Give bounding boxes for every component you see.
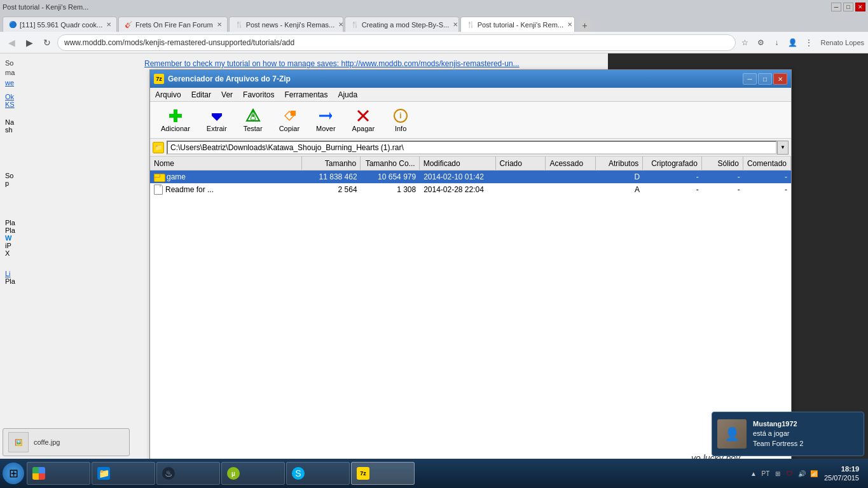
taskbar-skype[interactable]: S	[286, 462, 350, 485]
tab-5[interactable]: 🍴 Post tutorial - Kenji's Rem... ✕	[460, 17, 575, 32]
taskbar-clock[interactable]: 18:19 25/07/2015	[822, 464, 862, 483]
tab-3-close[interactable]: ✕	[338, 21, 343, 28]
col-header-tamanho[interactable]: Tamanho	[302, 157, 361, 170]
user-label: Renato Lopes	[821, 39, 865, 46]
sidebar-pla2: Pla	[5, 227, 132, 234]
extensions-button[interactable]: ⚙	[754, 36, 768, 50]
tab-4-close[interactable]: ✕	[453, 21, 458, 28]
tab-4-label: Creating a mod Step-By-S...	[362, 21, 450, 29]
col-header-created[interactable]: Criado	[496, 157, 546, 170]
zip-address-input[interactable]	[167, 141, 777, 155]
tab-5-label: Post tutorial - Kenji's Rem...	[478, 21, 563, 29]
file-accessed-game	[546, 171, 596, 183]
col-header-solid[interactable]: Sólido	[702, 157, 743, 170]
tab-1-close[interactable]: ✕	[106, 21, 111, 28]
nav-bar: ◀ ▶ ↻ www.moddb.com/mods/kenjis-remaster…	[0, 32, 868, 53]
start-button[interactable]: ⊞	[3, 463, 24, 484]
tray-network-icon[interactable]: ⊞	[773, 468, 783, 478]
zip-file-area: Nome Tamanho Tamanho Co... Modificado Cr…	[150, 157, 791, 459]
col-header-comment[interactable]: Comentado	[743, 157, 791, 170]
tray-av-icon[interactable]: 🛡	[785, 468, 795, 478]
delete-icon	[355, 108, 371, 123]
menu-ver[interactable]: Ver	[216, 89, 238, 101]
tab-3[interactable]: 🍴 Post news - Kenji's Remas... ✕	[229, 17, 343, 32]
tray-expand-icon[interactable]: ▲	[748, 468, 759, 478]
toolbar-apagar[interactable]: Apagar	[347, 105, 380, 136]
zip-close-button[interactable]: ✕	[773, 73, 787, 85]
col-header-attributes[interactable]: Atributos	[596, 157, 643, 170]
new-tab-button[interactable]: +	[579, 19, 591, 32]
toolbar-testar[interactable]: Testar	[238, 105, 268, 136]
menu-ferramentas[interactable]: Ferramentas	[279, 89, 333, 101]
tray-lang-icon[interactable]: PT	[761, 468, 771, 478]
sidebar-x: X	[5, 249, 132, 257]
tab-5-close[interactable]: ✕	[567, 21, 572, 28]
sidebar-links2: Li Pla	[5, 270, 132, 285]
tab-2-close[interactable]: ✕	[217, 21, 222, 28]
toolbar-adicionar-label: Adicionar	[161, 125, 190, 132]
file-size-readme: 2 564	[302, 183, 361, 195]
notif-text: Mustang1972 está a jogar Team Fortress 2	[753, 419, 803, 449]
bookmark-star-button[interactable]: ☆	[738, 36, 752, 50]
tray-volume-icon[interactable]: 🔊	[797, 468, 807, 478]
toolbar-info[interactable]: i Info	[385, 105, 416, 136]
col-header-accessed[interactable]: Acessado	[546, 157, 596, 170]
sidebar-text-ma: ma	[5, 69, 15, 76]
download-button[interactable]: ↓	[770, 36, 784, 50]
maximize-button[interactable]: □	[843, 3, 853, 11]
clock-time: 18:19	[824, 464, 859, 473]
taskbar-explorer[interactable]: 📁	[92, 462, 155, 485]
col-header-encrypted[interactable]: Criptografado	[643, 157, 702, 170]
zip-address-folder-icon: 📁	[153, 142, 164, 153]
close-button[interactable]: ✕	[855, 3, 865, 11]
sidebar-link-ks[interactable]: KS	[5, 101, 132, 108]
toolbar-mover[interactable]: Mover	[310, 105, 341, 136]
taskbar-chrome[interactable]	[27, 462, 90, 485]
forward-button[interactable]: ▶	[22, 35, 37, 50]
tab-4[interactable]: 🍴 Creating a mod Step-By-S... ✕	[345, 17, 459, 32]
tray-wifi-icon[interactable]: 📶	[809, 468, 819, 478]
sidebar-text-so: So	[5, 59, 13, 67]
zip-address-dropdown[interactable]: ▼	[777, 141, 789, 155]
menu-button[interactable]: ⋮	[802, 36, 816, 50]
tab-2[interactable]: 🎸 Frets On Fire Fan Forum ✕	[118, 17, 228, 32]
zip-minimize-button[interactable]: ─	[743, 73, 757, 85]
notif-username: Mustang1972	[753, 419, 803, 429]
back-button[interactable]: ◀	[4, 35, 19, 50]
sidebar-na: Na	[5, 118, 132, 126]
taskbar: ⊞ 📁 ♨ µ S 7z ▲ PT	[0, 459, 868, 488]
sidebar-li[interactable]: Li	[5, 270, 132, 277]
zip-maximize-button[interactable]: □	[758, 73, 772, 85]
sidebar-link[interactable]: we	[5, 79, 14, 87]
tab-1[interactable]: 🔵 [111] 55.961 Quadr cook... ✕	[3, 17, 117, 32]
minimize-button[interactable]: ─	[831, 3, 841, 11]
sidebar-link-ok[interactable]: Ok	[5, 93, 132, 101]
menu-favoritos[interactable]: Favoritos	[238, 89, 279, 101]
taskbar-7zip[interactable]: 7z	[351, 462, 415, 485]
toolbar-info-label: Info	[395, 125, 406, 132]
file-modified-game: 2014-02-10 01:42	[420, 171, 496, 183]
notif-avatar-image: 👤	[717, 419, 747, 449]
toolbar-copiar[interactable]: Copiar	[273, 105, 305, 136]
toolbar-extrair[interactable]: Extrair	[201, 105, 233, 136]
left-sidebar: So ma we Ok KS Na sh So p Pla Pla W iP X…	[0, 53, 137, 459]
taskbar-utorrent[interactable]: µ	[221, 462, 285, 485]
table-row[interactable]: game 11 838 462 10 654 979 2014-02-10 01…	[150, 171, 791, 183]
table-row[interactable]: Readme for ... 2 564 1 308 2014-02-28 22…	[150, 183, 791, 196]
main-content: Remember to check my tutorial on how to …	[137, 53, 868, 459]
menu-ajuda[interactable]: Ajuda	[333, 89, 362, 101]
zip-app-icon: 7z	[154, 74, 164, 84]
file-name-readme: Readme for ...	[165, 185, 214, 194]
taskbar-steam[interactable]: ♨	[156, 462, 220, 485]
col-header-compressed[interactable]: Tamanho Co...	[361, 157, 420, 170]
toolbar-adicionar[interactable]: Adicionar	[155, 105, 196, 136]
col-header-nome[interactable]: Nome	[150, 157, 302, 170]
reload-button[interactable]: ↻	[39, 35, 55, 50]
address-bar[interactable]: www.moddb.com/mods/kenjis-remastered-uns…	[57, 34, 736, 51]
profile-button[interactable]: 👤	[786, 36, 800, 50]
menu-editar[interactable]: Editar	[186, 89, 216, 101]
col-comment-label: Comentado	[747, 159, 787, 168]
col-header-modified[interactable]: Modificado	[420, 157, 496, 170]
menu-arquivo[interactable]: Arquivo	[150, 89, 186, 101]
file-preview-popup[interactable]: 🖼️ coffe.jpg	[3, 428, 130, 456]
